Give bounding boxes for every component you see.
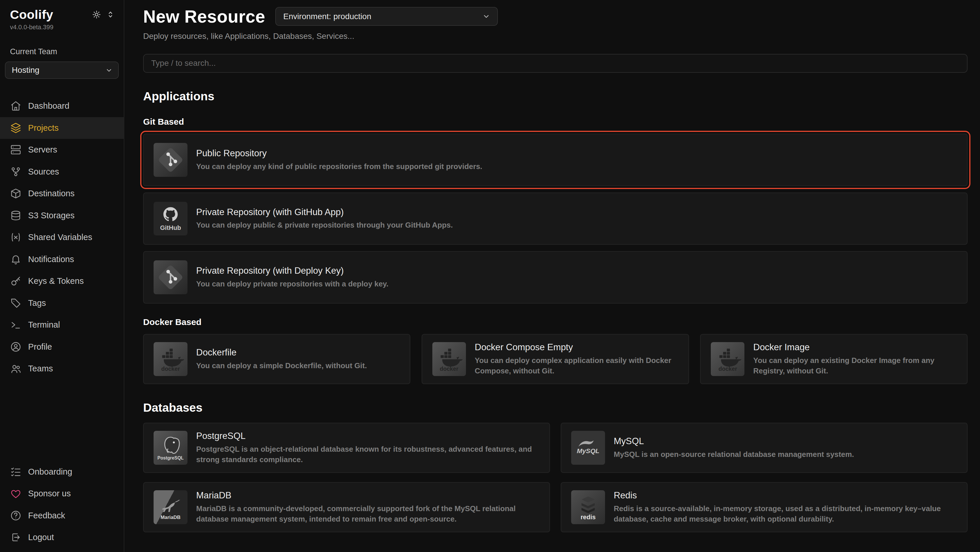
card-text: Docker Compose Empty You can deploy comp… xyxy=(475,342,678,376)
chevron-down-icon xyxy=(105,66,113,75)
card-title: Public Repository xyxy=(196,148,482,159)
layers-icon xyxy=(10,122,21,134)
terminal-icon xyxy=(10,319,21,330)
sidebar-item-projects[interactable]: Projects xyxy=(0,117,124,139)
cube-icon xyxy=(10,188,21,199)
card-title: Docker Compose Empty xyxy=(475,342,678,353)
sidebar-item-label: Sources xyxy=(28,167,59,177)
resource-card-public-repository[interactable]: Public Repository You can deploy any kin… xyxy=(143,134,967,186)
resource-card-docker-image[interactable]: docker Docker Image You can deploy an ex… xyxy=(700,334,967,384)
svg-text:redis: redis xyxy=(581,514,596,521)
subsection-docker-based-title: Docker Based xyxy=(143,317,967,327)
sidebar-item-label: Terminal xyxy=(28,320,60,330)
mariadb-icon: MariaDB xyxy=(154,490,187,524)
svg-text:GitHub: GitHub xyxy=(160,224,181,231)
checklist-icon xyxy=(10,466,21,477)
postgresql-icon: PostgreSQL xyxy=(154,431,187,464)
sidebar-item-notifications[interactable]: Notifications xyxy=(0,249,124,270)
mysql-icon: MySQL xyxy=(571,431,605,464)
svg-text:docker: docker xyxy=(718,365,737,372)
sidebar-item-label: Feedback xyxy=(28,511,65,520)
database-cards: PostgreSQL PostgreSQL PostgreSQL is an o… xyxy=(143,423,967,532)
sidebar-item-label: Keys & Tokens xyxy=(28,276,84,286)
github-icon: GitHub xyxy=(154,202,187,235)
sidebar-item-label: S3 Storages xyxy=(28,211,75,220)
sidebar-item-label: Logout xyxy=(28,533,54,542)
resource-card-redis[interactable]: redis Redis Redis is a source-available,… xyxy=(561,482,967,532)
card-text: Dockerfile You can deploy a simple Docke… xyxy=(196,347,367,371)
chevron-down-icon xyxy=(482,11,491,21)
docker-based-cards: docker Dockerfile You can deploy a simpl… xyxy=(143,334,967,384)
environment-select[interactable]: Environment: production xyxy=(275,7,498,26)
database-icon xyxy=(10,210,21,221)
svg-text:MySQL: MySQL xyxy=(577,447,599,455)
resource-card-private-repository-deploy-key[interactable]: Private Repository (with Deploy Key) You… xyxy=(143,251,967,303)
card-description: You can deploy public & private reposito… xyxy=(196,220,453,230)
theme-toggle-sun-icon[interactable] xyxy=(92,10,101,19)
sidebar-item-tags[interactable]: Tags xyxy=(0,292,124,314)
resource-card-mysql[interactable]: MySQL MySQL MySQL is an open-source rela… xyxy=(561,423,967,473)
user-icon xyxy=(10,341,21,353)
tag-icon xyxy=(10,297,21,309)
sidebar-item-destinations[interactable]: Destinations xyxy=(0,183,124,204)
card-title: Private Repository (with GitHub App) xyxy=(196,207,453,217)
sidebar-item-label: Tags xyxy=(28,298,46,308)
card-title: MySQL xyxy=(614,436,854,447)
sidebar-item-label: Sponsor us xyxy=(28,489,71,498)
card-text: Public Repository You can deploy any kin… xyxy=(196,148,482,172)
team-select[interactable]: Hosting xyxy=(5,61,119,79)
sidebar-item-shared-variables[interactable]: Shared Variables xyxy=(0,227,124,248)
sidebar-item-label: Projects xyxy=(28,123,59,133)
svg-text:MariaDB: MariaDB xyxy=(161,515,181,520)
docker-icon: docker xyxy=(711,342,745,376)
sidebar-item-label: Destinations xyxy=(28,189,75,198)
resource-card-mariadb[interactable]: MariaDB MariaDB MariaDB is a community-d… xyxy=(143,482,550,532)
team-select-value: Hosting xyxy=(12,65,40,75)
environment-select-value: Environment: production xyxy=(283,12,371,21)
resource-card-docker-compose-empty[interactable]: docker Docker Compose Empty You can depl… xyxy=(422,334,689,384)
card-text: PostgreSQL PostgreSQL is an object-relat… xyxy=(196,431,539,465)
card-title: Dockerfile xyxy=(196,347,367,358)
resource-card-dockerfile[interactable]: docker Dockerfile You can deploy a simpl… xyxy=(143,334,410,384)
search-input[interactable] xyxy=(143,54,967,73)
main-content: New Resource Environment: production Dep… xyxy=(124,0,980,552)
variable-icon xyxy=(10,231,21,243)
page-header: New Resource Environment: production xyxy=(143,6,967,27)
card-description: MySQL is an open-source relational datab… xyxy=(614,449,854,459)
sidebar-item-teams[interactable]: Teams xyxy=(0,358,124,380)
app-version: v4.0.0-beta.399 xyxy=(0,22,124,31)
chevron-up-down-icon[interactable] xyxy=(106,10,115,19)
card-text: Docker Image You can deploy an existing … xyxy=(753,342,957,376)
card-text: MariaDB MariaDB is a community-developed… xyxy=(196,490,539,524)
docker-icon: docker xyxy=(154,342,187,376)
sidebar-item-s3-storages[interactable]: S3 Storages xyxy=(0,205,124,227)
sidebar-footer-nav: Onboarding Sponsor us Feedback Logout xyxy=(0,461,124,552)
svg-text:docker: docker xyxy=(161,365,180,372)
sidebar-item-sources[interactable]: Sources xyxy=(0,161,124,183)
svg-text:docker: docker xyxy=(440,365,459,372)
sidebar: Coolify v4.0.0-beta.399 Current Team Hos… xyxy=(0,0,124,552)
sidebar-item-terminal[interactable]: Terminal xyxy=(0,314,124,336)
question-icon xyxy=(10,510,21,521)
card-description: You can deploy a simple Dockerfile, with… xyxy=(196,361,367,371)
git-icon xyxy=(154,260,187,294)
sidebar-item-feedback[interactable]: Feedback xyxy=(0,505,124,526)
sidebar-item-sponsor-us[interactable]: Sponsor us xyxy=(0,483,124,504)
git-branch-icon xyxy=(10,166,21,177)
card-title: Redis xyxy=(614,490,957,501)
sidebar-item-servers[interactable]: Servers xyxy=(0,139,124,161)
sidebar-item-profile[interactable]: Profile xyxy=(0,336,124,357)
sidebar-item-onboarding[interactable]: Onboarding xyxy=(0,461,124,483)
resource-card-private-repository-github-app[interactable]: GitHub Private Repository (with GitHub A… xyxy=(143,193,967,245)
card-title: Private Repository (with Deploy Key) xyxy=(196,266,388,276)
section-applications-title: Applications xyxy=(143,89,967,103)
card-text: Redis Redis is a source-available, in-me… xyxy=(614,490,957,524)
sidebar-item-keys-tokens[interactable]: Keys & Tokens xyxy=(0,270,124,292)
resource-card-postgresql[interactable]: PostgreSQL PostgreSQL PostgreSQL is an o… xyxy=(143,423,550,473)
card-description: Redis is a source-available, in-memory s… xyxy=(614,503,957,524)
bell-icon xyxy=(10,254,21,265)
card-title: MariaDB xyxy=(196,490,539,501)
sidebar-nav: Dashboard Projects Servers Sources Desti… xyxy=(0,95,124,380)
sidebar-item-dashboard[interactable]: Dashboard xyxy=(0,95,124,117)
sidebar-item-logout[interactable]: Logout xyxy=(0,526,124,548)
